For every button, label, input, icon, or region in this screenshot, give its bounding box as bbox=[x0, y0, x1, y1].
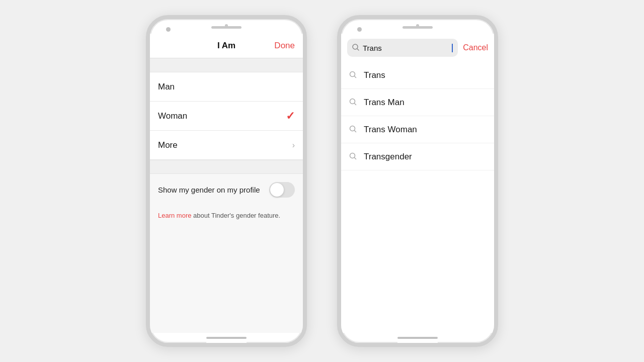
gender-toggle[interactable] bbox=[269, 182, 295, 198]
search-bar-row: Trans Cancel bbox=[341, 34, 494, 62]
phone-dot-right bbox=[416, 24, 419, 27]
svg-line-3 bbox=[355, 76, 356, 77]
gender-toggle-row: Show my gender on my profile bbox=[150, 174, 303, 206]
left-screen: I Am Done Man Woman ✓ More › Show my gen… bbox=[150, 34, 303, 333]
home-indicator-right bbox=[397, 337, 438, 339]
iam-title: I Am bbox=[217, 41, 235, 51]
learn-more-rest: about Tinder's gender feature. bbox=[191, 212, 280, 219]
result-label-trans-woman: Trans Woman bbox=[364, 125, 417, 135]
result-search-icon-2 bbox=[349, 125, 357, 134]
phone-camera-left bbox=[166, 27, 171, 32]
phone-top-left bbox=[150, 19, 303, 34]
svg-line-7 bbox=[355, 130, 356, 132]
home-indicator-left bbox=[206, 337, 247, 339]
toggle-knob bbox=[270, 183, 284, 197]
svg-line-1 bbox=[357, 49, 359, 50]
right-screen: Trans Cancel Trans Trans Man bbox=[341, 34, 494, 333]
result-search-icon-3 bbox=[349, 152, 357, 161]
right-phone: Trans Cancel Trans Trans Man bbox=[337, 15, 498, 347]
search-input-container[interactable]: Trans bbox=[347, 39, 458, 57]
left-phone: I Am Done Man Woman ✓ More › Show my gen… bbox=[146, 15, 307, 347]
list-item-more[interactable]: More › bbox=[150, 131, 303, 160]
search-icon bbox=[352, 44, 359, 52]
phone-bottom-left bbox=[206, 333, 247, 343]
learn-more-row: Learn more about Tinder's gender feature… bbox=[150, 206, 303, 225]
checkmark-icon: ✓ bbox=[286, 110, 295, 123]
phone-top-right bbox=[341, 19, 494, 34]
search-result-trans-woman[interactable]: Trans Woman bbox=[341, 116, 494, 143]
cancel-button[interactable]: Cancel bbox=[463, 43, 488, 52]
phone-dot-left bbox=[225, 24, 228, 27]
svg-line-9 bbox=[355, 157, 356, 159]
result-search-icon-1 bbox=[349, 98, 357, 107]
woman-label: Woman bbox=[158, 111, 187, 121]
search-result-trans-man[interactable]: Trans Man bbox=[341, 89, 494, 116]
done-button[interactable]: Done bbox=[274, 41, 295, 51]
chevron-right-icon: › bbox=[292, 141, 295, 150]
phone-bottom-right bbox=[397, 333, 438, 343]
gender-toggle-label: Show my gender on my profile bbox=[158, 186, 260, 194]
result-label-trans: Trans bbox=[364, 70, 385, 80]
top-spacer bbox=[150, 58, 303, 72]
more-label: More bbox=[158, 140, 178, 150]
list-item-man[interactable]: Man bbox=[150, 72, 303, 102]
search-result-transgender[interactable]: Transgender bbox=[341, 143, 494, 170]
bottom-spacer bbox=[150, 160, 303, 174]
phone-camera-right bbox=[357, 27, 362, 32]
result-search-icon-0 bbox=[349, 71, 357, 80]
svg-line-5 bbox=[355, 103, 356, 105]
man-label: Man bbox=[158, 82, 175, 92]
search-result-trans[interactable]: Trans bbox=[341, 62, 494, 89]
learn-more-link[interactable]: Learn more bbox=[158, 212, 191, 219]
result-label-transgender: Transgender bbox=[364, 152, 412, 162]
iam-header: I Am Done bbox=[150, 34, 303, 58]
text-cursor bbox=[452, 44, 453, 52]
list-item-woman[interactable]: Woman ✓ bbox=[150, 102, 303, 131]
search-input-value: Trans bbox=[363, 44, 448, 52]
result-label-trans-man: Trans Man bbox=[364, 98, 405, 108]
